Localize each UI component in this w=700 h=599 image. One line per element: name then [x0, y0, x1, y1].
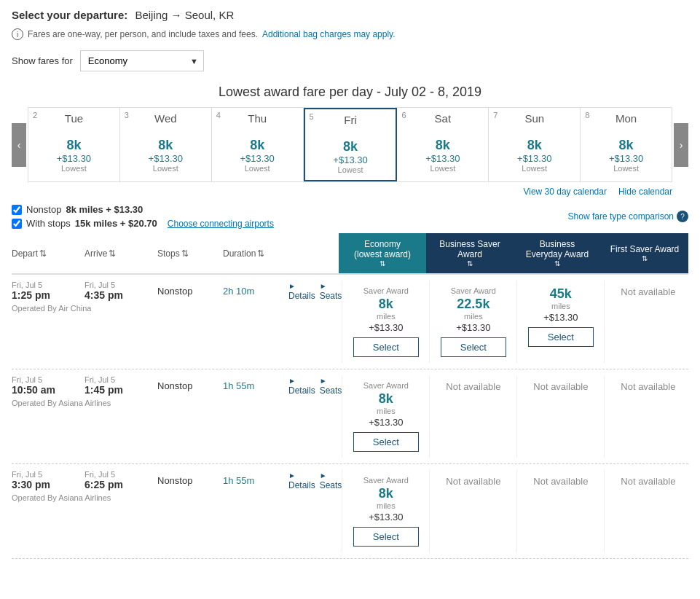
- stops-sort[interactable]: Stops ⇅: [157, 248, 223, 259]
- depart-info-2: Fri, Jul 5 3:30 pm: [12, 470, 84, 490]
- calendar-days: 2 Tue 8k +$13.30 Lowest 3 Wed 8k +$13.30…: [28, 107, 672, 182]
- nonstop-miles: 8k miles + $13.30: [66, 204, 143, 215]
- details-link-2[interactable]: ► Details: [288, 470, 315, 490]
- nonstop-label: Nonstop: [26, 204, 61, 215]
- fare-cell-2-2: Not available: [516, 470, 604, 552]
- info-text: Fares are one-way, per person, and inclu…: [28, 29, 258, 39]
- fare-headers: Economy (lowest award) ⇅ Business Saver …: [339, 233, 688, 273]
- fare-header-business-saver: Business Saver Award ⇅: [426, 233, 514, 273]
- flight-info-2: Fri, Jul 5 3:30 pm Fri, Jul 5 6:25 pm No…: [12, 470, 342, 502]
- select-button-0-1[interactable]: Select: [441, 337, 506, 357]
- fare-cell-1-3: Not available: [604, 375, 691, 458]
- withstops-miles: 15k miles + $20.70: [75, 218, 157, 229]
- hide-calendar-link[interactable]: Hide calendar: [618, 187, 672, 197]
- depart-info-0: Fri, Jul 5 1:25 pm: [12, 281, 84, 301]
- select-button-0-0[interactable]: Select: [353, 337, 419, 357]
- nonstop-filter: Nonstop 8k miles + $13.30: [12, 204, 274, 215]
- fare-header-business-everyday: Business Everyday Award ⇅: [514, 233, 601, 273]
- arrive-info-0: Fri, Jul 5 4:35 pm: [84, 281, 157, 301]
- calendar-day-sun[interactable]: 7 Sun 8k +$13.30 Lowest: [489, 108, 581, 181]
- fare-type-comparison[interactable]: Show fare type comparison ?: [568, 211, 688, 222]
- fare-cell-0-1: Saver Award 22.5k miles +$13.30 Select: [429, 281, 516, 363]
- fare-selector: Show fares for Economy Business First: [12, 50, 688, 71]
- table-row: Fri, Jul 5 1:25 pm Fri, Jul 5 4:35 pm No…: [12, 275, 688, 369]
- fare-cell-2-3: Not available: [604, 470, 691, 552]
- operated-2: Operated By Asiana Airlines: [12, 493, 342, 502]
- arrive-sort[interactable]: Arrive ⇅: [84, 248, 157, 259]
- info-icon: i: [12, 28, 23, 40]
- help-icon[interactable]: ?: [677, 211, 688, 222]
- fare-select-wrapper: Economy Business First: [80, 50, 204, 71]
- fare-cell-1-0: Saver Award 8k miles +$13.30 Select: [342, 375, 429, 458]
- seats-link-1[interactable]: ► Seats: [320, 375, 342, 396]
- fare-cell-2-1: Not available: [429, 470, 516, 552]
- arrive-info-1: Fri, Jul 5 1:45 pm: [84, 375, 157, 396]
- fare-type-link-label: Show fare type comparison: [568, 211, 674, 222]
- stops-0: Nonstop: [157, 286, 223, 297]
- fare-header-first-saver: First Saver Award ⇅: [601, 233, 688, 273]
- depart-sort[interactable]: Depart ⇅: [12, 248, 84, 259]
- fare-cell-0-0: Saver Award 8k miles +$13.30 Select: [342, 281, 429, 363]
- flight-links-1: ► Details ► Seats: [288, 375, 342, 396]
- details-link-0[interactable]: ► Details: [288, 281, 315, 301]
- header-route: Beijing → Seoul, KR: [135, 9, 234, 21]
- calendar-title: Lowest award fare per day - July 02 - 8,…: [12, 85, 688, 100]
- calendar-day-wed[interactable]: 3 Wed 8k +$13.30 Lowest: [120, 108, 212, 181]
- operated-1: Operated By Asiana Airlines: [12, 399, 342, 407]
- info-bar: i Fares are one-way, per person, and inc…: [12, 28, 688, 40]
- filter-row: Nonstop 8k miles + $13.30 With stops 15k…: [12, 204, 688, 229]
- calendar-links: View 30 day calendar Hide calendar: [28, 187, 672, 197]
- fare-select[interactable]: Economy Business First: [80, 50, 204, 71]
- header-title: Select your departure:: [12, 9, 127, 21]
- select-button-2-0[interactable]: Select: [353, 527, 419, 547]
- table-row: Fri, Jul 5 3:30 pm Fri, Jul 5 6:25 pm No…: [12, 464, 688, 559]
- flight-links-0: ► Details ► Seats: [288, 281, 342, 301]
- stops-1: Nonstop: [157, 380, 223, 391]
- seats-link-0[interactable]: ► Seats: [320, 281, 342, 301]
- fare-cell-2-0: Saver Award 8k miles +$13.30 Select: [342, 470, 429, 552]
- nonstop-checkbox[interactable]: [12, 205, 22, 215]
- flight-links-2: ► Details ► Seats: [288, 470, 342, 490]
- seats-link-2[interactable]: ► Seats: [320, 470, 342, 490]
- calendar-day-mon[interactable]: 8 Mon 8k +$13.30 Lowest: [581, 108, 672, 181]
- flight-info-header: Depart ⇅ Arrive ⇅ Stops ⇅ Duration ⇅: [12, 233, 339, 273]
- calendar-day-thu[interactable]: 4 Thu 8k +$13.30 Lowest: [212, 108, 304, 181]
- fare-header-economy: Economy (lowest award) ⇅: [339, 233, 426, 273]
- details-link-1[interactable]: ► Details: [288, 375, 315, 396]
- select-button-1-0[interactable]: Select: [353, 432, 419, 452]
- stops-2: Nonstop: [157, 475, 223, 486]
- operated-0: Operated By Air China: [12, 304, 342, 313]
- withstops-checkbox[interactable]: [12, 219, 22, 229]
- bag-charges-link[interactable]: Additional bag charges may apply.: [262, 29, 396, 39]
- withstops-filter: With stops 15k miles + $20.70 Choose con…: [12, 218, 274, 229]
- fare-selector-label: Show fares for: [12, 55, 73, 66]
- duration-sort[interactable]: Duration ⇅: [223, 248, 288, 259]
- calendar-next-button[interactable]: ›: [674, 123, 688, 167]
- fare-cell-0-2: 45k miles +$13.30 Select: [516, 281, 604, 363]
- filter-checks: Nonstop 8k miles + $13.30 With stops 15k…: [12, 204, 274, 229]
- calendar-section: Lowest award fare per day - July 02 - 8,…: [12, 85, 688, 197]
- fare-cell-1-2: Not available: [516, 375, 604, 458]
- view-30-day-link[interactable]: View 30 day calendar: [523, 187, 607, 197]
- page-header: Select your departure: Beijing → Seoul, …: [12, 9, 688, 21]
- fare-options-2: Saver Award 8k miles +$13.30 Select Not …: [342, 470, 691, 552]
- calendar-day-fri[interactable]: 5 Fri 8k +$13.30 Lowest: [304, 108, 398, 181]
- flights-container: Fri, Jul 5 1:25 pm Fri, Jul 5 4:35 pm No…: [12, 275, 688, 559]
- calendar-day-sat[interactable]: 6 Sat 8k +$13.30 Lowest: [397, 108, 489, 181]
- fare-cell-0-3: Not available: [604, 281, 691, 363]
- table-row: Fri, Jul 5 10:50 am Fri, Jul 5 1:45 pm N…: [12, 369, 688, 464]
- depart-info-1: Fri, Jul 5 10:50 am: [12, 375, 84, 396]
- fare-cell-1-1: Not available: [429, 375, 516, 458]
- calendar-prev-button[interactable]: ‹: [12, 123, 26, 167]
- choose-airports-link[interactable]: Choose connecting airports: [168, 219, 274, 229]
- flight-info-1: Fri, Jul 5 10:50 am Fri, Jul 5 1:45 pm N…: [12, 375, 342, 407]
- arrive-info-2: Fri, Jul 5 6:25 pm: [84, 470, 157, 490]
- table-header: Depart ⇅ Arrive ⇅ Stops ⇅ Duration ⇅ Eco…: [12, 233, 688, 275]
- duration-2: 1h 55m: [223, 475, 288, 486]
- fare-options-0: Saver Award 8k miles +$13.30 Select Save…: [342, 281, 691, 363]
- withstops-label: With stops: [26, 218, 71, 229]
- duration-1: 1h 55m: [223, 380, 288, 391]
- select-button-0-2[interactable]: Select: [528, 327, 594, 347]
- fare-options-1: Saver Award 8k miles +$13.30 Select Not …: [342, 375, 691, 458]
- calendar-day-tue[interactable]: 2 Tue 8k +$13.30 Lowest: [28, 108, 120, 181]
